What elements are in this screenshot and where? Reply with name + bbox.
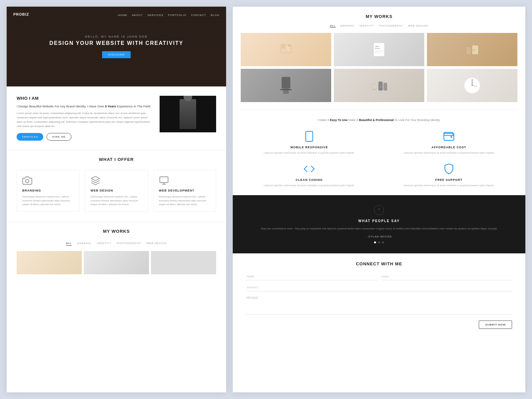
layers-icon [90,176,100,186]
offer-title: WHAT I OFFER [17,157,216,162]
coding-desc: Laborum aperiam doloresque sit amet mole… [246,184,372,187]
logo: PROBIZ [13,12,29,16]
services-grid: MOBILE RESPONSIVE Laborum aperiam dolore… [246,130,512,187]
webdesign-desc: Doloresque deserunt maxime non. Labore i… [90,195,142,206]
works-title-right: MY WORKS [241,14,517,19]
works-section-left: MY WORKS ALL GRAPHIC IDENTITY PHOTOGRAPH… [7,222,226,281]
photo-figure [180,99,196,129]
dot-2[interactable] [378,241,380,243]
coding-name: CLEAN CODING [246,178,372,182]
testimonial-dots [253,241,505,243]
left-panel: PROBIZ HOME ABOUT SERVICES PORTFOLIO CON… [7,7,226,392]
who-buttons: SERVICES HIRE ME [17,133,153,141]
testimonial-author: - DYLAN WCCDS [253,235,505,238]
works-grid-right: HAPPY BORC& & [241,33,517,102]
hero-subtitle: HELLO, MY NAME IS JOHN DOE [50,35,184,38]
works-title-left: MY WORKS [17,229,216,234]
hero-title: DESIGN YOUR WEBSITE WITH CREATIVITY [50,40,184,46]
works-tabs-right: ALL GRAPHIC IDENTITY PHOTOGRAPHY WEB DES… [241,24,517,28]
work-thumb-2 [84,251,149,274]
testimonial-text: They are commited to work. They play an … [253,227,505,231]
subject-input[interactable] [246,284,512,291]
tab-identity-right[interactable]: IDENTITY [359,24,374,28]
testimonial-title: WHAT PEOPLE SAY [253,219,505,223]
right-panel: MY WORKS ALL GRAPHIC IDENTITY PHOTOGRAPH… [233,7,525,392]
offer-card-branding: BRANDING Doloresque deserunt maxime non.… [17,170,79,212]
svg-rect-9 [374,43,384,56]
work-thumb-1 [17,251,82,274]
svg-rect-2 [160,177,168,183]
who-desc-text2: Experience In The Field. [117,104,151,108]
connect-name-email-row [246,273,512,280]
dot-3[interactable] [382,241,384,243]
svg-rect-34 [444,133,454,140]
tab-graphic-right[interactable]: GRAPHIC [340,24,355,28]
support-desc: Laborum aperiam doloresque sit amet mole… [386,184,512,187]
tab-all-left[interactable]: ALL [66,242,71,246]
tab-photography-left[interactable]: PHOTOGRAPHY [117,242,141,246]
who-photo [160,96,216,132]
svg-rect-6 [282,44,285,48]
nav-about[interactable]: ABOUT [132,14,143,17]
svg-rect-17 [466,47,471,55]
offer-grid: BRANDING Doloresque deserunt maxime non.… [17,170,216,212]
service-coding: CLEAN CODING Laborum aperiam doloresque … [246,163,372,187]
webdesign-name: WEB DESIGN [90,189,142,192]
service-support: FREE SUPPORT Laborum aperiam doloresque … [386,163,512,187]
who-bold: 5 Years [105,104,116,108]
hire-me-button[interactable]: HIRE ME [47,133,71,141]
svg-marker-1 [91,177,100,181]
svg-text:BORC&: BORC& [375,48,380,49]
svg-point-0 [26,180,29,183]
support-name: FREE SUPPORT [386,178,512,182]
svg-rect-13 [374,51,383,51]
submit-button[interactable]: SUBMIT NOW [479,321,512,329]
connect-title: CONNECT WITH ME [246,261,512,266]
svg-rect-14 [374,52,383,52]
work-img-1 [241,33,331,66]
tab-webdesign-left[interactable]: WEB DESIGN [147,242,167,246]
work-img-2: HAPPY BORC& [334,33,424,66]
work-thumb-3 [151,251,216,274]
svg-text:&: & [473,49,475,51]
quote-icon: “ [374,205,384,215]
dot-1[interactable] [374,241,376,243]
mobile-name: MOBILE RESPONSIVE [246,146,372,149]
tab-identity-left[interactable]: IDENTITY [97,242,111,246]
nav-home[interactable]: HOME [118,14,127,17]
tab-photography-right[interactable]: PHOTOGRAPHY [379,24,403,28]
nav-services[interactable]: SERVICES [147,14,163,17]
cost-name: AFFORDABLE COST [386,146,512,149]
name-input[interactable] [246,273,377,280]
branding-desc: Doloresque deserunt maxime non. Labore i… [22,195,74,206]
discover-button[interactable]: DISCOVER [102,51,131,58]
services-button[interactable]: SERVICES [17,133,43,141]
tab-graphic-left[interactable]: GRAPHIC [77,242,91,246]
svg-point-23 [372,89,376,90]
svg-rect-7 [286,45,291,51]
monitor-icon [159,176,169,186]
work-img-3: & [427,33,517,66]
services-section: I Make It Easy To Use Make It Beautiful … [233,110,525,195]
works-grid-left [17,251,216,274]
nav-portfolio[interactable]: PORTFOLIO [168,14,187,17]
who-label: WHO I AM [17,96,153,101]
service-mobile: MOBILE RESPONSIVE Laborum aperiam dolore… [246,130,372,155]
hero-section: PROBIZ HOME ABOUT SERVICES PORTFOLIO CON… [7,7,226,86]
who-text: WHO I AM I Design Beautiful Website For … [17,96,153,141]
work-img-5: & [334,69,424,102]
message-input[interactable] [246,295,512,315]
shield-icon [443,163,455,175]
connect-section: CONNECT WITH ME SUBMIT NOW [233,253,525,392]
tab-webdesign-right[interactable]: WEB DESIGN [408,24,428,28]
hero-nav: PROBIZ HOME ABOUT SERVICES PORTFOLIO CON… [7,7,226,22]
email-input[interactable] [381,273,512,280]
offer-section: WHAT I OFFER BRANDING Doloresque deserun… [7,150,226,222]
nav-contact[interactable]: CONTACT [191,14,206,17]
nav-blog[interactable]: BLOG [211,14,219,17]
webdev-name: WEB DEVELOPMENT [159,189,210,192]
who-desc: I Design Beautiful Website For Any Brand… [17,104,153,109]
tab-all-right[interactable]: ALL [330,24,335,28]
code-icon [303,163,315,175]
works-section-right: MY WORKS ALL GRAPHIC IDENTITY PHOTOGRAPH… [233,7,525,109]
